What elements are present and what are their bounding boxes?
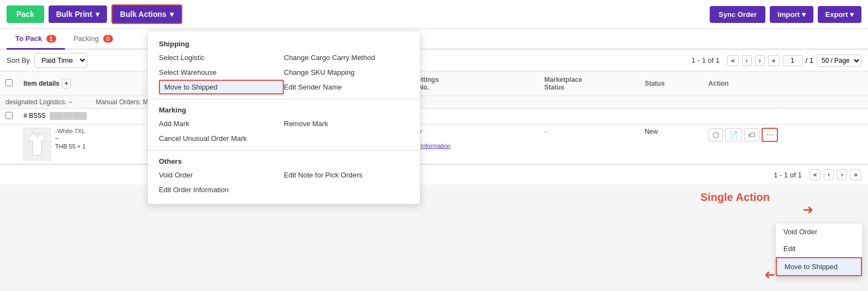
last-page-btn-bottom[interactable]: » — [850, 169, 861, 180]
tab-packing-label: Packing — [74, 34, 99, 43]
status-value: New — [645, 128, 658, 135]
sort-by-label: Sort By — [7, 56, 30, 64]
order-checkbox[interactable] — [5, 112, 13, 119]
table-row: -White-7XL – THB 55 × 1 CZ ████ Ordered … — [0, 124, 868, 164]
prev-page-button[interactable]: ‹ — [742, 55, 752, 66]
first-page-button[interactable]: « — [727, 55, 739, 66]
toolbar: Pack Bulk Print ▾ Bulk Actions ▾ Sync Or… — [0, 0, 868, 29]
tab-to-pack[interactable]: To Pack 1 — [7, 29, 65, 50]
action-icons: ⬡ 📄 🏷 ⋯ — [709, 128, 863, 142]
order-group-row: designated Logistics: – Manual Orders: M… — [0, 96, 868, 109]
shipping-section-title: Shipping — [148, 38, 420, 50]
tab-to-pack-label: To Pack — [15, 34, 42, 43]
table-header-row: Item details + No. Time Shipping Setting… — [0, 72, 868, 96]
bulk-actions-button[interactable]: Bulk Actions ▾ — [111, 4, 182, 24]
product-image — [23, 128, 51, 161]
tshirt-icon — [26, 130, 48, 158]
divider-1 — [148, 99, 420, 99]
marketplace-status-cell: – — [539, 124, 639, 164]
tab-packing-badge: 0 — [103, 35, 113, 43]
orders-table: Item details + No. Time Shipping Setting… — [0, 72, 868, 164]
change-sku-item[interactable]: Change SKU Mapping — [284, 65, 409, 80]
void-order-item[interactable]: Void Order — [159, 168, 284, 182]
page-input[interactable] — [783, 55, 802, 66]
next-page-button[interactable]: › — [755, 55, 765, 66]
header-marketplace-status: MarketplaceStatus — [539, 72, 639, 96]
order-number: # BS5S — [23, 112, 46, 120]
import-chevron: ▾ — [802, 10, 806, 19]
change-cargo-item[interactable]: Change Cargo Carry Method — [284, 50, 409, 65]
prev-page-btn-bottom[interactable]: ‹ — [824, 169, 834, 180]
edit-note-item[interactable]: Edit Note for Pick Orders — [284, 168, 409, 182]
box-icon-button[interactable]: ⬡ — [709, 128, 723, 141]
divider-2 — [148, 150, 420, 151]
first-page-btn-bottom[interactable]: « — [810, 169, 821, 180]
add-mark-item[interactable]: Add Mark — [159, 116, 284, 131]
others-section-cols: Void Order Edit Note for Pick Orders Edi… — [148, 168, 420, 185]
header-action: Action — [703, 72, 868, 96]
bulk-print-label: Bulk Print — [56, 10, 92, 19]
export-label: Export — [825, 10, 848, 19]
last-page-button[interactable]: » — [768, 55, 780, 66]
others-section-title: Others — [148, 155, 420, 168]
header-item-details: Item details + — [18, 72, 169, 96]
select-logistic-item[interactable]: Select Logistic — [159, 50, 284, 65]
per-page-select[interactable]: 50 / Page — [817, 55, 861, 67]
import-label: Import — [777, 10, 799, 19]
remove-mark-item[interactable]: Remove Mark — [284, 116, 409, 131]
order-checkbox-cell — [0, 109, 18, 124]
bulk-print-chevron: ▾ — [96, 10, 99, 19]
export-button[interactable]: Export ▾ — [818, 6, 861, 23]
tab-to-pack-badge: 1 — [46, 35, 56, 43]
marketplace-status: – — [544, 128, 548, 135]
export-chevron: ▾ — [850, 10, 854, 19]
pack-button[interactable]: Pack — [7, 5, 44, 23]
product-checkbox-cell — [0, 124, 18, 164]
edit-sender-item[interactable]: Edit Sender Name — [284, 80, 409, 94]
marking-section-title: Marking — [148, 104, 420, 116]
bulk-actions-dropdown: Shipping Select Logistic Change Cargo Ca… — [147, 31, 420, 185]
select-warehouse-item[interactable]: Select Warehouse — [159, 65, 284, 80]
bulk-actions-chevron: ▾ — [170, 10, 174, 19]
order-number-blurred: ████████ — [50, 112, 87, 120]
tag-icon-button[interactable]: 🏷 — [744, 128, 759, 141]
order-header-row: # BS5S ████████ — [0, 109, 868, 124]
page-separator: / 1 — [806, 56, 813, 64]
status-cell: New — [639, 124, 703, 164]
next-page-btn-bottom[interactable]: › — [837, 169, 847, 180]
cancel-unusual-item[interactable]: Cancel Unusual Order Mark — [159, 131, 284, 146]
item-details-label: Item details — [23, 80, 60, 87]
product-info: -White-7XL – THB 55 × 1 — [55, 128, 86, 150]
header-checkbox-cell — [0, 72, 18, 96]
marking-section-cols: Add Mark Remove Mark Cancel Unusual Orde… — [148, 116, 420, 146]
document-icon-button[interactable]: 📄 — [725, 128, 742, 141]
add-column-button[interactable]: + — [62, 79, 71, 88]
toolbar-right: Sync Order Import ▾ Export ▾ — [710, 6, 861, 23]
more-actions-button[interactable]: ⋯ — [762, 128, 778, 142]
move-to-shipped-item[interactable]: Move to Shipped — [159, 80, 284, 94]
tab-packing[interactable]: Packing 0 — [65, 29, 122, 50]
bulk-actions-label: Bulk Actions — [120, 10, 167, 19]
pagination-range-bottom: 1 - 1 of 1 — [774, 171, 801, 179]
header-status: Status — [639, 72, 703, 96]
order-group-info: designated Logistics: – Manual Orders: M… — [0, 96, 868, 109]
product-cell: -White-7XL – THB 55 × 1 — [18, 124, 169, 164]
sort-select[interactable]: Paid Time — [34, 53, 87, 68]
bulk-print-button[interactable]: Bulk Print ▾ — [49, 5, 107, 23]
sort-pagination-bar: Sort By Paid Time 1 - 1 of 1 « ‹ › » / 1… — [0, 50, 868, 72]
tabs-bar: To Pack 1 Packing 0 — [0, 29, 868, 50]
edit-order-info-item[interactable]: Edit Order Information — [159, 182, 284, 185]
order-number-cell: # BS5S ████████ — [18, 109, 868, 124]
shipping-section-cols: Select Logistic Change Cargo Carry Metho… — [148, 50, 420, 94]
select-all-checkbox[interactable] — [5, 79, 13, 86]
orders-table-container: Item details + No. Time Shipping Setting… — [0, 72, 868, 164]
action-cell: ⬡ 📄 🏷 ⋯ — [703, 124, 868, 164]
pagination-range-top: 1 - 1 of 1 — [692, 56, 720, 64]
sync-order-button[interactable]: Sync Order — [710, 6, 765, 23]
import-button[interactable]: Import ▾ — [770, 6, 813, 23]
product-dash: – — [55, 134, 86, 141]
product-price: THB 55 × 1 — [55, 143, 86, 150]
pagination-bottom: 1 - 1 of 1 « ‹ › » — [0, 164, 868, 185]
product-variant: -White-7XL — [55, 128, 86, 134]
